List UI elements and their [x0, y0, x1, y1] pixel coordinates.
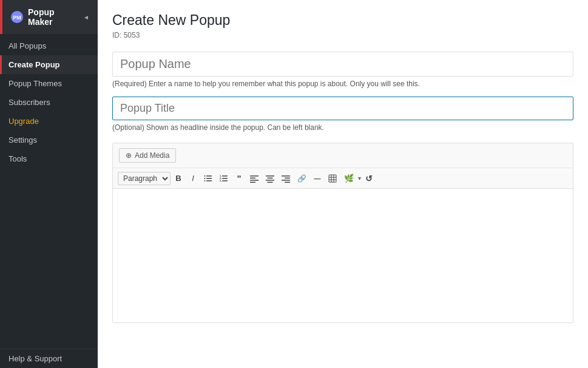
bold-button[interactable]: B: [172, 172, 185, 185]
sidebar-item-settings[interactable]: Settings: [0, 131, 98, 149]
table-button[interactable]: [325, 172, 340, 185]
svg-rect-17: [250, 182, 255, 183]
svg-rect-25: [285, 182, 290, 183]
paragraph-select[interactable]: Paragraph Heading 1 Heading 2 Heading 3: [118, 172, 171, 185]
editor-body[interactable]: [113, 189, 573, 322]
svg-rect-23: [285, 177, 290, 179]
editor-toolbar: Paragraph Heading 1 Heading 2 Heading 3 …: [113, 168, 573, 189]
svg-rect-19: [268, 177, 273, 179]
sidebar: PM Popup Maker ◄ All Popups Create Popup…: [0, 0, 98, 368]
svg-rect-15: [250, 177, 255, 179]
sidebar-bottom-divider: Help & Support: [0, 349, 98, 368]
sidebar-nav: All Popups Create Popup Popup Themes Sub…: [0, 34, 98, 368]
svg-point-5: [204, 175, 206, 176]
svg-text:3.: 3.: [220, 179, 221, 182]
sidebar-collapse-icon: ◄: [83, 14, 89, 21]
brand-label: Popup Maker: [28, 7, 78, 27]
emoji-button[interactable]: 🌿: [341, 172, 357, 185]
unordered-list-button[interactable]: [201, 172, 215, 185]
popup-title-field-group: (Optional) Shown as headline inside the …: [112, 97, 573, 132]
svg-rect-3: [206, 178, 212, 179]
svg-rect-9: [222, 178, 228, 179]
align-left-button[interactable]: [247, 172, 262, 185]
editor-add-media-bar: ⊕ Add Media: [113, 143, 573, 168]
svg-text:PM: PM: [13, 15, 21, 21]
sidebar-item-all-popups[interactable]: All Popups: [0, 36, 98, 55]
popup-name-input[interactable]: [112, 52, 573, 77]
align-right-button[interactable]: [279, 172, 293, 185]
svg-rect-20: [266, 180, 274, 181]
sidebar-brand[interactable]: PM Popup Maker ◄: [0, 0, 98, 34]
italic-button[interactable]: I: [186, 172, 200, 185]
page-title: Create New Popup: [112, 12, 573, 29]
editor-area: ⊕ Add Media Paragraph Heading 1 Heading …: [112, 143, 573, 323]
svg-rect-2: [206, 175, 212, 177]
sidebar-item-help-support[interactable]: Help & Support: [0, 349, 98, 368]
popup-title-input[interactable]: [112, 97, 573, 120]
svg-point-6: [204, 177, 206, 179]
svg-rect-18: [266, 175, 274, 177]
svg-point-7: [204, 180, 206, 181]
blockquote-button[interactable]: ": [232, 171, 246, 185]
add-media-label: Add Media: [135, 151, 169, 160]
svg-rect-24: [282, 180, 290, 181]
popup-maker-icon: PM: [11, 11, 23, 23]
main-content: Create New Popup ID: 5053 (Required) Ent…: [98, 0, 588, 368]
svg-rect-14: [250, 175, 259, 177]
svg-rect-10: [222, 180, 228, 182]
svg-rect-16: [250, 180, 259, 181]
svg-rect-8: [222, 175, 228, 177]
sidebar-item-tools[interactable]: Tools: [0, 149, 98, 168]
page-id: ID: 5053: [112, 31, 573, 39]
popup-title-hint: (Optional) Shown as headline inside the …: [112, 123, 573, 132]
undo-button[interactable]: ↺: [362, 172, 376, 185]
align-center-button[interactable]: [263, 172, 277, 185]
svg-rect-21: [268, 182, 273, 183]
svg-rect-22: [282, 175, 290, 177]
sidebar-item-create-popup[interactable]: Create Popup: [0, 55, 98, 74]
emoji-dropdown-arrow: ▾: [358, 175, 361, 182]
horizontal-rule-button[interactable]: —: [311, 173, 324, 184]
sidebar-item-subscribers[interactable]: Subscribers: [0, 93, 98, 112]
svg-rect-4: [206, 180, 212, 182]
add-media-icon: ⊕: [126, 151, 132, 160]
popup-name-hint: (Required) Enter a name to help you reme…: [112, 80, 573, 88]
ordered-list-button[interactable]: 1.2.3.: [217, 172, 231, 185]
sidebar-item-upgrade[interactable]: Upgrade: [0, 112, 98, 131]
popup-name-field-group: (Required) Enter a name to help you reme…: [112, 52, 573, 88]
sidebar-item-popup-themes[interactable]: Popup Themes: [0, 74, 98, 93]
link-button[interactable]: 🔗: [294, 172, 309, 185]
add-media-button[interactable]: ⊕ Add Media: [119, 148, 176, 163]
svg-rect-26: [329, 175, 336, 182]
